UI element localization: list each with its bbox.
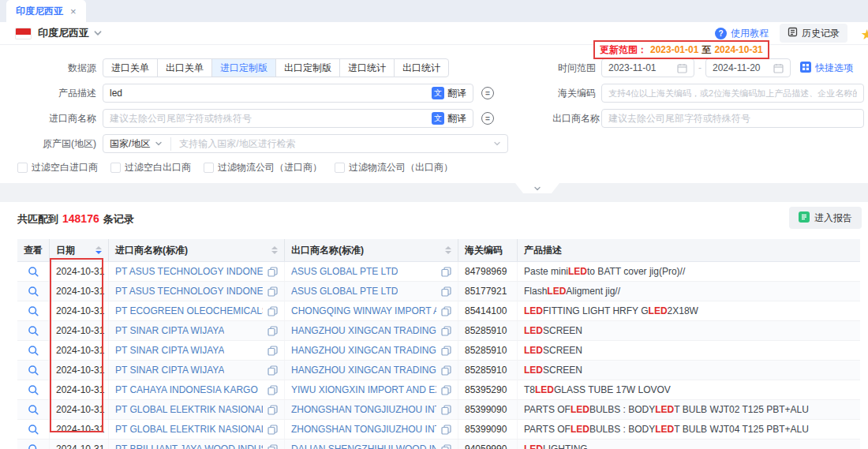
view-cell xyxy=(17,380,49,399)
checkbox-icon[interactable] xyxy=(17,163,28,173)
source-tab[interactable]: 出口定制版 xyxy=(275,58,340,77)
magnifier-icon[interactable] xyxy=(28,325,39,336)
browser-tab[interactable]: 印度尼西亚 × xyxy=(6,0,86,22)
copy-icon[interactable] xyxy=(263,326,278,336)
importer-link[interactable]: PT SINAR CIPTA WIJAYA xyxy=(115,365,224,376)
sort-icon[interactable] xyxy=(271,246,278,254)
exporter-link[interactable]: ZHONGSHAN TONGJIUZHOU INTERNA... xyxy=(291,404,436,415)
magnifier-icon[interactable] xyxy=(28,384,39,395)
header-cell[interactable]: 日期 xyxy=(49,239,108,261)
copy-icon[interactable] xyxy=(436,365,451,376)
exporter-link[interactable]: HANGZHOU XINGCAN TRADING CO LTD xyxy=(291,345,436,356)
header-cell[interactable]: 出口商名称(标准) xyxy=(284,239,458,261)
source-tabs: 进口关单出口关单进口定制版出口定制版进口统计出口统计 xyxy=(103,58,449,77)
copy-icon[interactable] xyxy=(436,405,451,415)
magnifier-icon[interactable] xyxy=(28,286,39,297)
exact-match-circle-icon[interactable]: = xyxy=(481,87,494,99)
copy-icon[interactable] xyxy=(263,385,278,395)
favorite-star-icon[interactable]: ★ xyxy=(861,26,868,43)
hs-code-label: 海关编码 xyxy=(552,87,596,100)
report-button[interactable]: 进入报告 xyxy=(789,207,862,229)
importer-name-input[interactable] xyxy=(110,113,427,124)
tab-close-icon[interactable]: × xyxy=(70,6,77,17)
importer-link[interactable]: PT CAHAYA INDONESIA KARGO xyxy=(115,384,258,395)
exporter-link[interactable]: ZHONGSHAN TONGJIUZHOU INTERNA... xyxy=(291,424,436,435)
source-tab[interactable]: 出口关单 xyxy=(157,58,212,77)
importer-link[interactable]: PT BRILLIANT JAYA WOOD INDUSTRY xyxy=(115,443,263,449)
origin-search-input[interactable] xyxy=(179,138,493,149)
exporter-link[interactable]: ASUS GLOBAL PTE LTD xyxy=(291,286,398,297)
importer-link[interactable]: PT GLOBAL ELEKTRIK NASIONAL xyxy=(115,424,263,435)
sort-icon[interactable] xyxy=(95,246,102,254)
exact-match-circle-icon[interactable]: = xyxy=(481,112,494,125)
exporter-link[interactable]: CHONGQING WINWAY IMPORT AND E... xyxy=(291,305,436,316)
origin-select[interactable]: 国家/地区 xyxy=(110,137,171,151)
magnifier-icon[interactable] xyxy=(28,266,39,277)
magnifier-icon[interactable] xyxy=(28,365,39,376)
copy-icon[interactable] xyxy=(263,444,278,449)
magnifier-icon[interactable] xyxy=(28,404,39,415)
exporter-name-input[interactable] xyxy=(608,113,857,124)
copy-icon[interactable] xyxy=(263,286,278,297)
exporter-link[interactable]: DALIAN SHENGZHIHUI WOOD INDUST... xyxy=(291,443,436,449)
country-name: 印度尼西亚 xyxy=(38,26,89,40)
importer-link[interactable]: PT GLOBAL ELEKTRIK NASIONAL xyxy=(115,404,263,415)
source-tab[interactable]: 进口统计 xyxy=(339,58,395,77)
date-cell: 2024-10-31 xyxy=(49,420,108,439)
highlighted-term: LED xyxy=(535,384,554,395)
source-tab[interactable]: 进口关单 xyxy=(103,58,158,77)
filter-checkbox[interactable]: 过滤空白出口商 xyxy=(110,161,191,174)
importer-link[interactable]: PT SINAR CIPTA WIJAYA xyxy=(115,345,224,356)
exporter-link[interactable]: YIWU XIONGXIN IMPORT AND EXPORT... xyxy=(291,384,436,395)
copy-icon[interactable] xyxy=(436,444,451,449)
filter-checkbox[interactable]: 过滤物流公司（进口商） xyxy=(204,161,322,174)
magnifier-icon[interactable] xyxy=(28,345,39,356)
table-row: 2024-10-31PT SINAR CIPTA WIJAYAHANGZHOU … xyxy=(17,341,860,361)
copy-icon[interactable] xyxy=(263,267,278,277)
checkbox-icon[interactable] xyxy=(204,163,214,173)
copy-icon[interactable] xyxy=(263,306,278,316)
magnifier-icon[interactable] xyxy=(28,305,39,316)
copy-icon[interactable] xyxy=(263,405,278,415)
magnifier-icon[interactable] xyxy=(28,424,39,435)
filter-checkbox[interactable]: 过滤物流公司（出口商） xyxy=(335,161,453,174)
product-desc-input[interactable] xyxy=(110,88,427,99)
copy-icon[interactable] xyxy=(263,425,278,435)
copy-icon[interactable] xyxy=(436,346,451,356)
product-translate-button[interactable]: 文 翻译 xyxy=(432,87,466,100)
tutorial-button[interactable]: ? 使用教程 xyxy=(715,27,769,40)
header-cell[interactable]: 进口商名称(标准) xyxy=(108,239,284,261)
copy-icon[interactable] xyxy=(436,326,451,336)
date-from-input[interactable]: 2023-11-01 xyxy=(601,58,694,77)
chevron-down-icon[interactable] xyxy=(93,28,103,38)
copy-icon[interactable] xyxy=(263,365,278,376)
copy-icon[interactable] xyxy=(263,346,278,356)
collapse-toggle[interactable] xyxy=(515,183,559,193)
importer-translate-button[interactable]: 文 翻译 xyxy=(432,112,466,125)
importer-link[interactable]: PT SINAR CIPTA WIJAYA xyxy=(115,325,224,336)
magnifier-icon[interactable] xyxy=(28,443,39,449)
checkbox-icon[interactable] xyxy=(335,163,345,173)
copy-icon[interactable] xyxy=(436,267,451,277)
history-button[interactable]: 历史记录 xyxy=(780,24,847,43)
copy-icon[interactable] xyxy=(436,286,451,297)
sort-icon[interactable] xyxy=(445,246,451,254)
exporter-link[interactable]: ASUS GLOBAL PTE LTD xyxy=(291,266,398,277)
copy-icon[interactable] xyxy=(436,425,451,435)
quick-options-button[interactable]: 快捷选项 xyxy=(800,62,853,75)
importer-link[interactable]: PT ECOGREEN OLEOCHEMICALS xyxy=(115,305,263,316)
translate-label: 翻译 xyxy=(447,87,466,100)
importer-link[interactable]: PT ASUS TECHNOLOGY INDONESIA BA... xyxy=(115,286,263,297)
copy-icon[interactable] xyxy=(436,385,451,395)
exporter-link[interactable]: HANGZHOU XINGCAN TRADING CO LTD xyxy=(291,365,436,376)
source-tab[interactable]: 出口统计 xyxy=(394,58,449,77)
importer-link[interactable]: PT ASUS TECHNOLOGY INDONESIA BA... xyxy=(115,266,263,277)
exporter-link[interactable]: HANGZHOU XINGCAN TRADING CO LTD xyxy=(291,325,436,336)
date-to-input[interactable]: 2024-11-20 xyxy=(705,58,791,77)
source-tab[interactable]: 进口定制版 xyxy=(211,58,276,77)
copy-icon[interactable] xyxy=(436,306,451,316)
history-label: 历史记录 xyxy=(802,27,840,40)
checkbox-icon[interactable] xyxy=(110,163,121,173)
hs-code-input[interactable] xyxy=(608,88,857,98)
filter-checkbox[interactable]: 过滤空白进口商 xyxy=(17,161,98,174)
